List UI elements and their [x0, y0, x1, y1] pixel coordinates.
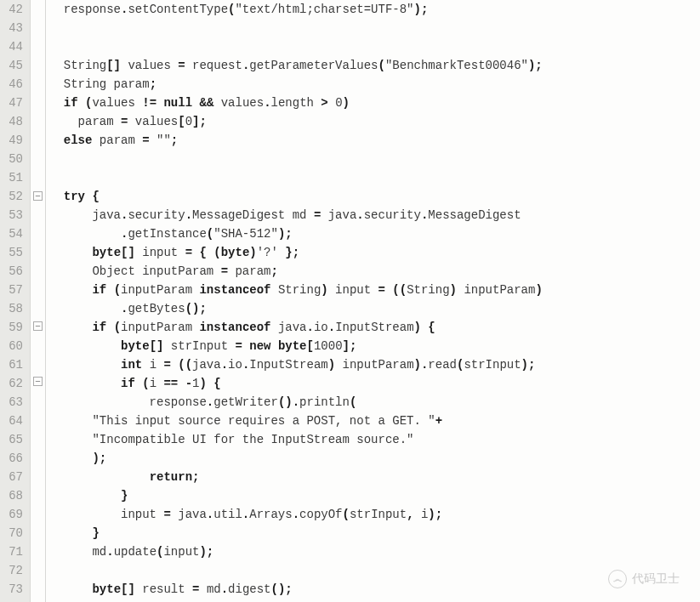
code-line[interactable]	[49, 150, 700, 168]
code-area[interactable]: response.setContentType("text/html;chars…	[46, 0, 700, 602]
line-number: 46	[3, 75, 23, 94]
fold-spacer	[31, 205, 45, 224]
code-line[interactable]: if (i == -1) {	[49, 374, 700, 393]
fold-spacer	[31, 428, 45, 446]
fold-spacer	[31, 56, 45, 75]
fold-spacer	[31, 540, 45, 559]
line-number: 61	[3, 355, 23, 374]
code-line[interactable]: else param = "";	[49, 131, 700, 150]
fold-spacer	[31, 335, 45, 354]
line-number: 64	[3, 412, 23, 430]
fold-toggle-icon[interactable]: −	[33, 321, 43, 331]
fold-spacer	[31, 559, 45, 577]
wechat-icon: ෴	[608, 570, 627, 588]
code-line[interactable]: byte[] strInput = new byte[1000];	[49, 337, 700, 355]
code-line[interactable]: return;	[49, 468, 700, 486]
fold-spacer	[31, 150, 45, 168]
code-line[interactable]: input = java.util.Arrays.copyOf(strInput…	[49, 505, 700, 524]
code-line[interactable]: response.setContentType("text/html;chars…	[49, 0, 700, 19]
line-number: 67	[3, 468, 23, 486]
code-line[interactable]: byte[] result = md.digest();	[49, 580, 700, 599]
fold-spacer	[31, 75, 45, 94]
fold-spacer	[31, 446, 45, 465]
line-number: 72	[3, 561, 23, 580]
fold-spacer	[31, 131, 45, 150]
line-number: 59	[3, 318, 23, 337]
code-line[interactable]: param = values[0];	[49, 112, 700, 131]
line-number: 42	[3, 0, 23, 19]
code-line[interactable]: java.security.MessageDigest md = java.se…	[49, 206, 700, 224]
code-line[interactable]: if (inputParam instanceof java.io.InputS…	[49, 318, 700, 337]
watermark: ෴ 代码卫士	[608, 570, 680, 588]
fold-spacer	[31, 242, 45, 261]
fold-spacer	[31, 390, 45, 409]
line-number: 60	[3, 337, 23, 355]
code-line[interactable]: int i = ((java.io.InputStream) inputPara…	[49, 355, 700, 374]
line-number: 55	[3, 243, 23, 262]
fold-spacer	[31, 577, 45, 596]
line-number: 73	[3, 580, 23, 599]
line-number: 65	[3, 430, 23, 449]
code-line[interactable]: .getBytes();	[49, 299, 700, 318]
code-line[interactable]: }	[49, 486, 700, 505]
fold-spacer	[31, 224, 45, 242]
code-line[interactable]: if (values != null && values.length > 0)	[49, 94, 700, 112]
line-number: 63	[3, 393, 23, 412]
code-line[interactable]	[49, 168, 700, 187]
code-line[interactable]	[49, 37, 700, 56]
line-number: 57	[3, 281, 23, 299]
fold-spacer	[31, 298, 45, 317]
line-number: 69	[3, 505, 23, 524]
code-line[interactable]: String param;	[49, 75, 700, 94]
fold-spacer	[31, 19, 45, 37]
fold-spacer	[31, 354, 45, 372]
line-number: 62	[3, 374, 23, 393]
fold-spacer	[31, 94, 45, 112]
code-line[interactable]: String[] values = request.getParameterVa…	[49, 56, 700, 75]
fold-spacer	[31, 280, 45, 298]
fold-spacer	[31, 37, 45, 56]
line-number: 45	[3, 56, 23, 75]
code-line[interactable]: try {	[49, 187, 700, 206]
line-number: 66	[3, 449, 23, 468]
code-line[interactable]: response.getWriter().println(	[49, 393, 700, 412]
code-line[interactable]	[49, 19, 700, 37]
code-line[interactable]	[49, 561, 700, 580]
fold-column[interactable]: −−−	[31, 0, 46, 602]
line-number: 49	[3, 131, 23, 150]
fold-spacer	[31, 484, 45, 503]
code-line[interactable]: byte[] input = { (byte)'?' };	[49, 243, 700, 262]
fold-spacer	[31, 409, 45, 428]
line-number: 44	[3, 37, 23, 56]
code-editor[interactable]: 4243444546474849505152535455565758596061…	[0, 0, 700, 602]
line-number-gutter: 4243444546474849505152535455565758596061…	[0, 0, 31, 602]
line-number: 70	[3, 524, 23, 542]
watermark-text: 代码卫士	[632, 571, 680, 587]
line-number: 54	[3, 224, 23, 243]
code-line[interactable]: Object inputParam = param;	[49, 262, 700, 281]
line-number: 53	[3, 206, 23, 224]
code-line[interactable]: }	[49, 524, 700, 542]
code-line[interactable]: if (inputParam instanceof String) input …	[49, 281, 700, 299]
fold-spacer	[31, 521, 45, 540]
line-number: 47	[3, 94, 23, 112]
fold-toggle-icon[interactable]: −	[33, 377, 43, 386]
line-number: 48	[3, 112, 23, 131]
code-line[interactable]: "Incompatible UI for the InputStream sou…	[49, 430, 700, 449]
code-line[interactable]: md.update(input);	[49, 542, 700, 561]
line-number: 52	[3, 187, 23, 206]
fold-spacer	[31, 465, 45, 484]
line-number: 58	[3, 299, 23, 318]
line-number: 56	[3, 262, 23, 281]
line-number: 68	[3, 486, 23, 505]
fold-spacer	[31, 503, 45, 521]
line-number: 51	[3, 168, 23, 187]
code-line[interactable]: );	[49, 449, 700, 468]
line-number: 50	[3, 150, 23, 168]
fold-spacer	[31, 168, 45, 187]
fold-spacer	[31, 0, 45, 19]
code-line[interactable]: "This input source requires a POST, not …	[49, 412, 700, 430]
fold-toggle-icon[interactable]: −	[33, 191, 43, 201]
code-line[interactable]: .getInstance("SHA-512");	[49, 224, 700, 243]
fold-spacer	[31, 112, 45, 131]
